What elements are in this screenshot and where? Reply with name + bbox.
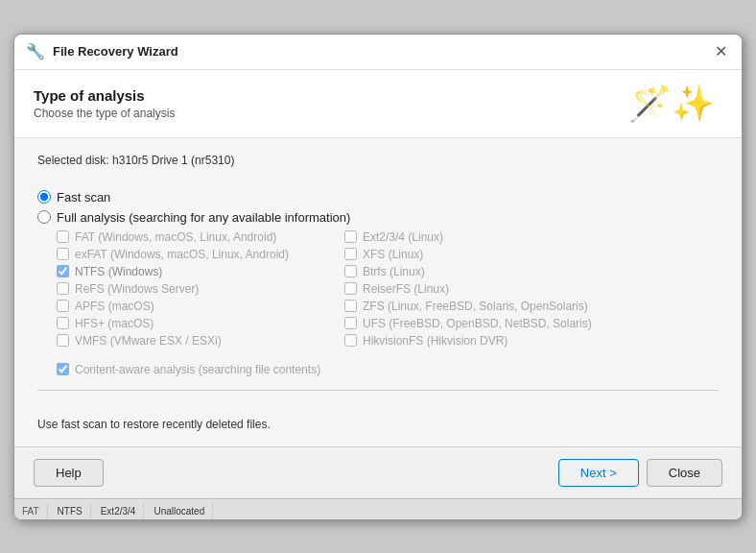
fast-scan-option[interactable]: Fast scan xyxy=(37,190,719,204)
fs-fat-checkbox[interactable] xyxy=(57,230,69,243)
help-button[interactable]: Help xyxy=(34,459,104,487)
header-text: Type of analysis Choose the type of anal… xyxy=(34,87,175,120)
content-area: Selected disk: h310r5 Drive 1 (nr5310) F… xyxy=(14,138,742,446)
fs-hfsplus-checkbox[interactable] xyxy=(57,317,69,329)
dialog-window: 🔧 File Recovery Wizard ✕ Type of analysi… xyxy=(13,34,743,520)
footer-right: Next > Close xyxy=(558,459,722,487)
fs-ntfs-label: NTFS (Windows) xyxy=(75,265,162,278)
fs-hfsplus[interactable]: HFS+ (macOS) xyxy=(57,317,344,330)
fs-hikvision-checkbox[interactable] xyxy=(344,334,357,347)
fs-ext-checkbox[interactable] xyxy=(344,230,357,243)
full-analysis-group: Full analysis (searching for any availab… xyxy=(37,210,719,348)
fs-btrfs[interactable]: Btrfs (Linux) xyxy=(344,265,613,278)
taskbar-unallocated: Unallocated xyxy=(146,503,213,519)
taskbar-strip: FAT NTFS Ext2/3/4 Unallocated xyxy=(14,498,742,519)
fs-ntfs[interactable]: NTFS (Windows) xyxy=(57,265,344,278)
fs-vmfs-checkbox[interactable] xyxy=(57,334,69,347)
close-button[interactable]: Close xyxy=(647,459,722,487)
fs-apfs-checkbox[interactable] xyxy=(57,300,69,312)
fast-scan-label[interactable]: Fast scan xyxy=(57,190,110,204)
title-close-button[interactable]: ✕ xyxy=(711,42,730,61)
wizard-icon: 🪄✨ xyxy=(628,84,715,124)
fs-xfs[interactable]: XFS (Linux) xyxy=(344,248,613,261)
fs-zfs[interactable]: ZFS (Linux, FreeBSD, Solaris, OpenSolari… xyxy=(344,300,613,313)
fs-zfs-label: ZFS (Linux, FreeBSD, Solaris, OpenSolari… xyxy=(363,300,588,313)
fs-ufs-label: UFS (FreeBSD, OpenBSD, NetBSD, Solaris) xyxy=(363,317,592,330)
fs-refs-checkbox[interactable] xyxy=(57,282,69,295)
fs-hikvision-label: HikvisionFS (Hikvision DVR) xyxy=(363,334,508,348)
fs-fat[interactable]: FAT (Windows, macOS, Linux, Android) xyxy=(57,230,344,244)
taskbar-ext: Ext2/3/4 xyxy=(93,503,145,519)
content-aware-option[interactable]: Content-aware analysis (searching file c… xyxy=(57,363,719,376)
dialog-title: File Recovery Wizard xyxy=(53,44,178,59)
fs-reiserfs[interactable]: ReiserFS (Linux) xyxy=(344,282,613,296)
selected-disk-info: Selected disk: h310r5 Drive 1 (nr5310) xyxy=(37,154,719,177)
fs-refs-label: ReFS (Windows Server) xyxy=(75,282,199,296)
fs-ufs-checkbox[interactable] xyxy=(344,317,357,329)
fs-ext[interactable]: Ext2/3/4 (Linux) xyxy=(344,230,613,244)
analysis-title: Type of analysis xyxy=(34,87,175,104)
fast-scan-radio[interactable] xyxy=(37,190,51,204)
app-icon: 🔧 xyxy=(26,42,45,60)
fs-btrfs-label: Btrfs (Linux) xyxy=(363,265,425,278)
divider xyxy=(37,390,719,391)
hint-text: Use fast scan to restore recently delete… xyxy=(37,410,719,431)
fs-left-column: FAT (Windows, macOS, Linux, Android) exF… xyxy=(57,230,344,348)
analysis-subtitle: Choose the type of analysis xyxy=(34,107,175,120)
fs-fat-label: FAT (Windows, macOS, Linux, Android) xyxy=(75,230,276,244)
fs-exfat[interactable]: exFAT (Windows, macOS, Linux, Android) xyxy=(57,248,344,261)
fs-hfsplus-label: HFS+ (macOS) xyxy=(75,317,154,330)
fast-scan-group: Fast scan xyxy=(37,190,719,204)
fs-zfs-checkbox[interactable] xyxy=(344,300,357,312)
fs-exfat-label: exFAT (Windows, macOS, Linux, Android) xyxy=(75,248,289,261)
fs-apfs[interactable]: APFS (macOS) xyxy=(57,300,344,313)
content-aware-label: Content-aware analysis (searching file c… xyxy=(75,363,320,376)
header-section: Type of analysis Choose the type of anal… xyxy=(14,70,742,138)
title-bar: 🔧 File Recovery Wizard ✕ xyxy=(14,35,742,70)
fs-vmfs-label: VMFS (VMware ESX / ESXi) xyxy=(75,334,222,348)
taskbar-fat: FAT xyxy=(14,503,48,519)
fs-vmfs[interactable]: VMFS (VMware ESX / ESXi) xyxy=(57,334,344,348)
fs-ntfs-checkbox[interactable] xyxy=(57,265,69,277)
title-bar-left: 🔧 File Recovery Wizard xyxy=(26,42,178,60)
fs-reiserfs-label: ReiserFS (Linux) xyxy=(363,282,449,296)
content-aware-checkbox[interactable] xyxy=(57,363,69,375)
fs-exfat-checkbox[interactable] xyxy=(57,248,69,260)
fs-xfs-checkbox[interactable] xyxy=(344,248,357,260)
filesystem-options: FAT (Windows, macOS, Linux, Android) exF… xyxy=(57,230,719,348)
footer: Help Next > Close xyxy=(14,446,742,498)
fs-hikvision[interactable]: HikvisionFS (Hikvision DVR) xyxy=(344,334,613,348)
full-analysis-option[interactable]: Full analysis (searching for any availab… xyxy=(37,210,719,225)
fs-ufs[interactable]: UFS (FreeBSD, OpenBSD, NetBSD, Solaris) xyxy=(344,317,613,330)
taskbar-ntfs: NTFS xyxy=(50,503,91,519)
fs-right-column: Ext2/3/4 (Linux) XFS (Linux) Btrfs (Linu… xyxy=(344,230,613,348)
full-analysis-label[interactable]: Full analysis (searching for any availab… xyxy=(57,210,350,225)
full-analysis-radio[interactable] xyxy=(37,210,51,224)
fs-reiserfs-checkbox[interactable] xyxy=(344,282,357,295)
next-button[interactable]: Next > xyxy=(558,459,639,487)
fs-ext-label: Ext2/3/4 (Linux) xyxy=(363,230,443,244)
fs-xfs-label: XFS (Linux) xyxy=(363,248,423,261)
fs-btrfs-checkbox[interactable] xyxy=(344,265,357,277)
fs-refs[interactable]: ReFS (Windows Server) xyxy=(57,282,344,296)
fs-apfs-label: APFS (macOS) xyxy=(75,300,154,313)
